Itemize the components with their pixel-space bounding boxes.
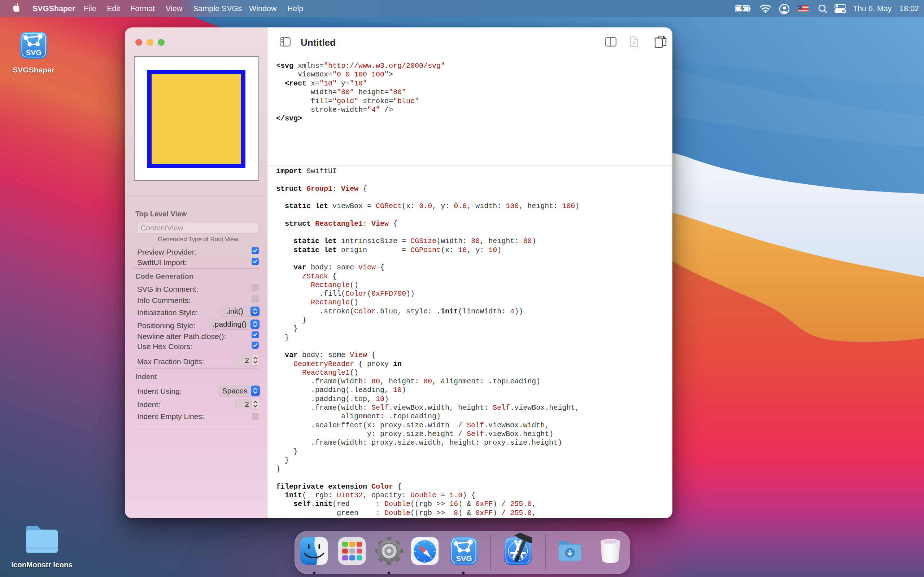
svg-text:SVG: SVG [456, 554, 472, 562]
svg-text:SVG: SVG [26, 48, 42, 56]
